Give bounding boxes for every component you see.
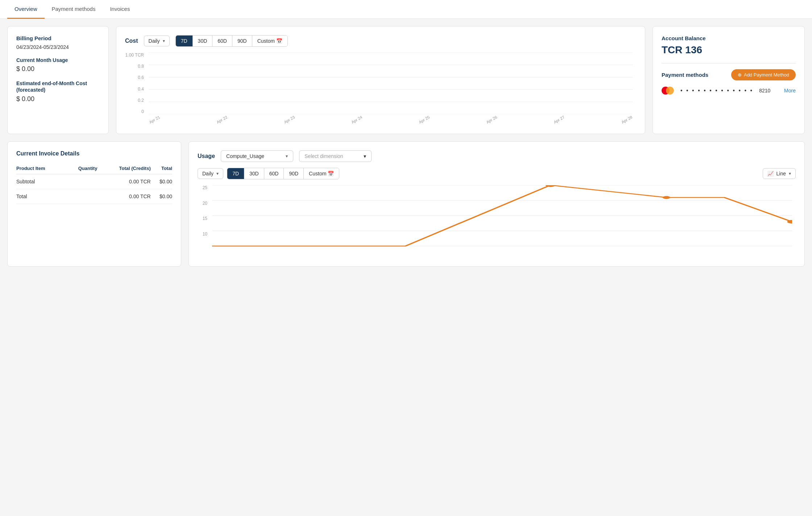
row-credits-subtotal: 0.00 TCR — [97, 174, 150, 189]
y-label-04: 0.4 — [125, 87, 144, 92]
calendar-icon: 📅 — [276, 38, 282, 44]
row-qty-subtotal — [65, 174, 97, 189]
tab-payment-methods[interactable]: Payment methods — [45, 0, 103, 19]
cost-title: Cost — [125, 38, 138, 44]
y-label-20: 20 — [198, 201, 207, 206]
cost-period-7d[interactable]: 7D — [176, 36, 193, 46]
usage-controls: Daily ▾ 7D 30D 60D 90D Custom 📅 📈 Line — [198, 168, 796, 179]
line-chart-icon: 📈 — [767, 171, 774, 176]
chart-type-label: Line — [776, 171, 786, 176]
card-last4: 8210 — [759, 88, 770, 93]
card-dots: • • • • • • • • • • • • • — [680, 87, 753, 94]
cost-period-90d[interactable]: 90D — [232, 36, 252, 46]
usage-frequency-dropdown[interactable]: Daily ▾ — [198, 168, 223, 179]
usage-chart-svg-container — [212, 185, 792, 247]
bottom-row: Current Invoice Details Product Item Qua… — [7, 141, 805, 267]
current-month-label: Current Month Usage — [16, 57, 100, 63]
chevron-down-icon: ▾ — [364, 153, 366, 159]
row-total-total: $0.00 — [151, 189, 172, 204]
x-label-apr24: Apr 24 — [351, 115, 363, 125]
cost-frequency-dropdown[interactable]: Daily ▾ — [144, 36, 170, 46]
cost-chart: 1.00 TCR 0.8 0.6 0.4 0.2 0 — [125, 53, 636, 125]
calendar-icon: 📅 — [328, 171, 334, 176]
y-label-02: 0.2 — [125, 98, 144, 103]
cost-dropdown-label: Daily — [149, 38, 160, 44]
usage-period-60d[interactable]: 60D — [264, 168, 284, 179]
usage-title: Usage — [198, 153, 215, 159]
account-card: Account Balance TCR 136 Payment methods … — [652, 26, 805, 134]
account-balance-value: TCR 136 — [662, 44, 796, 56]
usage-period-custom[interactable]: Custom 📅 — [304, 168, 339, 179]
more-link[interactable]: More — [784, 88, 796, 93]
plus-circle-icon: ⊕ — [738, 72, 742, 78]
usage-freq-label: Daily — [202, 171, 214, 176]
payment-method-row: • • • • • • • • • • • • • 8210 More — [662, 86, 796, 95]
chart-point-mid — [663, 196, 670, 199]
cost-bars-svg — [149, 53, 633, 114]
add-payment-method-button[interactable]: ⊕ Add Payment Method — [731, 69, 796, 80]
payment-methods-section: Payment methods ⊕ Add Payment Method • •… — [662, 63, 796, 95]
table-row: Subtotal 0.00 TCR $0.00 — [16, 174, 172, 189]
usage-line-chart: 25 20 15 10 — [198, 185, 796, 258]
cost-y-labels: 1.00 TCR 0.8 0.6 0.4 0.2 0 — [125, 53, 147, 114]
usage-period-7d[interactable]: 7D — [227, 168, 244, 179]
y-label-10: 10 — [198, 232, 207, 237]
usage-y-labels: 25 20 15 10 — [198, 185, 210, 247]
col-quantity: Quantity — [65, 163, 97, 174]
x-label-apr23: Apr 23 — [283, 115, 295, 125]
usage-card: Usage Compute_Usage ▾ Select dimension ▾… — [188, 141, 805, 267]
payment-methods-title: Payment methods — [662, 72, 708, 78]
main-content: Billing Period 04/23/2024-05/23/2024 Cur… — [0, 19, 812, 274]
cost-period-30d[interactable]: 30D — [193, 36, 213, 46]
mc-circle-yellow — [666, 87, 674, 95]
chevron-down-icon: ▾ — [163, 38, 165, 43]
usage-metric-dropdown[interactable]: Compute_Usage ▾ — [221, 150, 293, 162]
mastercard-icon — [662, 86, 675, 95]
chevron-down-icon: ▾ — [286, 154, 288, 159]
col-credits: Total (Credits) — [97, 163, 150, 174]
billing-card: Billing Period 04/23/2024-05/23/2024 Cur… — [7, 26, 109, 134]
invoice-table: Product Item Quantity Total (Credits) To… — [16, 163, 172, 204]
x-label-apr25: Apr 25 — [418, 115, 430, 125]
cost-period-buttons: 7D 30D 60D 90D Custom 📅 — [175, 35, 288, 47]
chevron-down-icon: ▾ — [216, 171, 219, 176]
col-total: Total — [151, 163, 172, 174]
y-label-1: 1.00 TCR — [125, 53, 144, 58]
forecasted-label: Estimated end-of-Month Cost (forecasted) — [16, 80, 100, 93]
invoice-card: Current Invoice Details Product Item Qua… — [7, 141, 181, 267]
y-label-0: 0 — [125, 109, 144, 114]
row-total-subtotal: $0.00 — [151, 174, 172, 189]
billing-date-range: 04/23/2024-05/23/2024 — [16, 44, 100, 50]
y-label-25: 25 — [198, 185, 207, 190]
y-label-15: 15 — [198, 216, 207, 221]
chevron-down-icon: ▾ — [789, 171, 791, 176]
row-credits-total: 0.00 TCR — [97, 189, 150, 204]
cost-card: Cost Daily ▾ 7D 30D 60D 90D Custom 📅 — [116, 26, 645, 134]
cost-period-custom[interactable]: Custom 📅 — [252, 36, 287, 46]
top-row: Billing Period 04/23/2024-05/23/2024 Cur… — [7, 26, 805, 134]
tab-overview[interactable]: Overview — [7, 0, 45, 19]
tab-invoices[interactable]: Invoices — [103, 0, 137, 19]
dimension-placeholder: Select dimension — [304, 153, 343, 159]
x-label-apr21: Apr 21 — [148, 115, 161, 125]
usage-svg — [212, 185, 792, 247]
x-label-apr22: Apr 22 — [216, 115, 228, 125]
usage-period-buttons: 7D 30D 60D 90D Custom 📅 — [227, 168, 339, 179]
usage-dimension-dropdown[interactable]: Select dimension ▾ — [299, 150, 372, 162]
invoice-title: Current Invoice Details — [16, 150, 172, 157]
x-label-apr28: Apr 28 — [621, 115, 633, 125]
account-balance-label: Account Balance — [662, 35, 796, 41]
current-month-value: $ 0.00 — [16, 65, 100, 73]
nav-tabs: Overview Payment methods Invoices — [0, 0, 812, 19]
usage-header: Usage Compute_Usage ▾ Select dimension ▾ — [198, 150, 796, 162]
cost-x-labels: Apr 21 Apr 22 Apr 23 Apr 24 Apr 25 Apr 2… — [149, 114, 633, 125]
forecasted-value: $ 0.00 — [16, 95, 100, 103]
billing-period-label: Billing Period — [16, 35, 100, 41]
cost-custom-label: Custom — [257, 38, 275, 44]
usage-chart-type-dropdown[interactable]: 📈 Line ▾ — [763, 168, 796, 179]
row-product-total: Total — [16, 189, 65, 204]
pm-header: Payment methods ⊕ Add Payment Method — [662, 69, 796, 80]
usage-period-90d[interactable]: 90D — [284, 168, 304, 179]
cost-period-60d[interactable]: 60D — [212, 36, 232, 46]
usage-period-30d[interactable]: 30D — [244, 168, 264, 179]
